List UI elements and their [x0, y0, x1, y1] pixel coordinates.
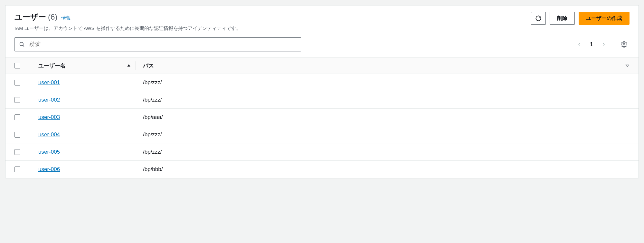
- table-row: user-003/bp/aaa/: [5, 109, 639, 126]
- header-left: ユーザー (6) 情報 IAM ユーザーは、アカウントで AWS を操作するため…: [14, 12, 531, 32]
- svg-point-2: [623, 44, 625, 45]
- column-header-username[interactable]: ユーザー名: [29, 62, 136, 69]
- header-actions: 削除 ユーザーの作成: [531, 12, 630, 25]
- path-cell: /bp/zzz/: [143, 131, 162, 138]
- row-select-cell: [14, 132, 29, 138]
- next-page-button[interactable]: [598, 39, 609, 50]
- table-body: user-001/bp/zzz/user-002/bp/zzz/user-003…: [5, 74, 639, 178]
- row-select-cell: [14, 149, 29, 155]
- prev-page-button[interactable]: [574, 39, 585, 50]
- separator: [614, 40, 614, 49]
- title-row: ユーザー (6) 情報: [14, 12, 531, 22]
- row-checkbox[interactable]: [14, 97, 20, 103]
- table-header-row: ユーザー名 パス: [5, 57, 639, 74]
- page-description: IAM ユーザーは、アカウントで AWS を操作するために長期的な認証情報を持つ…: [14, 25, 531, 32]
- pagination: 1: [574, 39, 630, 50]
- panel-header: ユーザー (6) 情報 IAM ユーザーは、アカウントで AWS を操作するため…: [5, 5, 639, 35]
- path-cell-wrap: /bp/zzz/: [136, 97, 630, 103]
- current-page: 1: [587, 41, 596, 48]
- path-cell-wrap: /bp/aaa/: [136, 114, 630, 121]
- select-all-checkbox[interactable]: [14, 63, 20, 68]
- row-select-cell: [14, 114, 29, 120]
- search-wrap: [14, 37, 301, 51]
- gear-icon: [621, 41, 627, 48]
- refresh-button[interactable]: [531, 12, 546, 25]
- table-row: user-004/bp/zzz/: [5, 126, 639, 143]
- table-row: user-001/bp/zzz/: [5, 74, 639, 91]
- row-checkbox[interactable]: [14, 132, 20, 138]
- svg-line-1: [23, 45, 24, 47]
- path-cell: /bp/zzz/: [143, 149, 162, 155]
- user-count: (6): [48, 13, 57, 22]
- path-cell: /bp/zzz/: [143, 97, 162, 103]
- chevron-right-icon: [601, 42, 606, 47]
- user-link[interactable]: user-003: [38, 114, 60, 120]
- row-select-cell: [14, 97, 29, 103]
- users-panel: ユーザー (6) 情報 IAM ユーザーは、アカウントで AWS を操作するため…: [5, 5, 639, 178]
- path-cell-wrap: /bp/zzz/: [136, 131, 630, 138]
- svg-point-0: [20, 42, 24, 46]
- user-link[interactable]: user-005: [38, 149, 60, 155]
- column-separator: [136, 61, 136, 70]
- user-link[interactable]: user-001: [38, 79, 60, 86]
- path-cell: /bp/bbb/: [143, 166, 163, 173]
- row-checkbox[interactable]: [14, 114, 20, 120]
- path-cell-wrap: /bp/zzz/: [136, 149, 630, 155]
- select-all-cell: [14, 63, 29, 68]
- column-menu[interactable]: [620, 63, 630, 68]
- row-select-cell: [14, 166, 29, 172]
- path-header-label: パス: [143, 63, 154, 69]
- refresh-icon: [535, 15, 542, 22]
- row-checkbox[interactable]: [14, 166, 20, 172]
- users-table: ユーザー名 パス user-001/bp/zzz/user-002/bp/zzz…: [5, 57, 639, 178]
- sort-asc-icon: [127, 63, 136, 68]
- settings-button[interactable]: [619, 39, 630, 50]
- username-header-label: ユーザー名: [38, 62, 66, 69]
- delete-button[interactable]: 削除: [550, 12, 575, 25]
- user-link[interactable]: user-002: [38, 97, 60, 103]
- username-cell: user-004: [29, 131, 136, 138]
- table-row: user-006/bp/bbb/: [5, 161, 639, 178]
- svg-marker-3: [127, 64, 130, 67]
- row-checkbox[interactable]: [14, 149, 20, 155]
- path-cell-wrap: /bp/zzz/: [136, 79, 630, 86]
- search-row: 1: [5, 35, 639, 57]
- triangle-down-icon: [625, 63, 630, 68]
- chevron-left-icon: [577, 42, 582, 47]
- user-link[interactable]: user-006: [38, 166, 60, 172]
- username-cell: user-001: [29, 79, 136, 86]
- username-cell: user-005: [29, 149, 136, 155]
- path-cell-wrap: /bp/bbb/: [136, 166, 630, 173]
- path-cell: /bp/aaa/: [143, 114, 163, 121]
- path-cell: /bp/zzz/: [143, 79, 162, 86]
- table-row: user-002/bp/zzz/: [5, 91, 639, 109]
- username-cell: user-006: [29, 166, 136, 173]
- row-checkbox[interactable]: [14, 80, 20, 86]
- user-link[interactable]: user-004: [38, 131, 60, 138]
- search-input[interactable]: [14, 37, 301, 51]
- column-header-path[interactable]: パス: [143, 62, 620, 69]
- page-title: ユーザー: [14, 12, 46, 22]
- table-row: user-005/bp/zzz/: [5, 143, 639, 161]
- info-link[interactable]: 情報: [61, 15, 71, 21]
- search-icon: [19, 41, 25, 47]
- username-cell: user-003: [29, 114, 136, 121]
- username-cell: user-002: [29, 97, 136, 103]
- create-user-button[interactable]: ユーザーの作成: [579, 12, 630, 25]
- svg-marker-4: [626, 65, 629, 67]
- row-select-cell: [14, 80, 29, 86]
